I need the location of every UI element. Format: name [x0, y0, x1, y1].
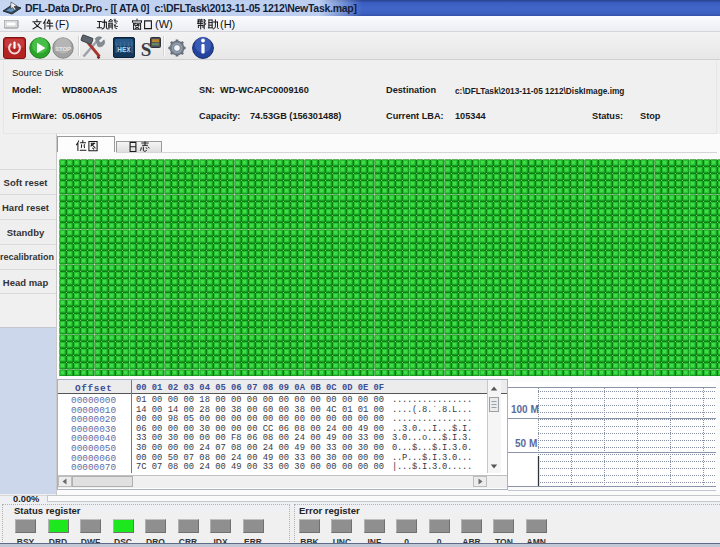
- svg-text:50 M: 50 M: [515, 438, 537, 449]
- svg-text:STOP: STOP: [55, 46, 71, 52]
- svg-text:HEX: HEX: [117, 46, 131, 53]
- svg-text:(F): (F): [55, 18, 69, 30]
- svg-text:(H): (H): [220, 18, 235, 30]
- svg-text:100 M: 100 M: [511, 404, 539, 415]
- svg-text:S: S: [141, 39, 152, 59]
- svg-text:(W): (W): [155, 18, 173, 30]
